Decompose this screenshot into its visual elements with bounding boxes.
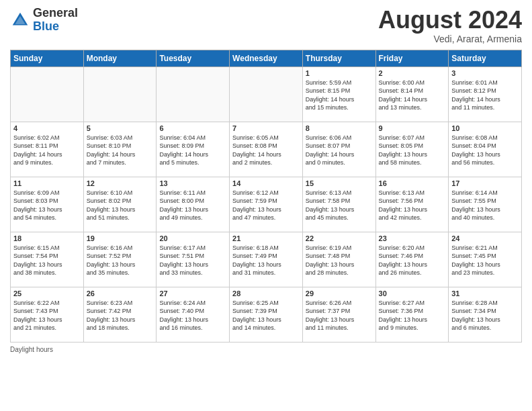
- month-title: August 2024: [378, 7, 522, 34]
- header-row: SundayMondayTuesdayWednesdayThursdayFrid…: [11, 50, 522, 66]
- calendar-day-cell: 12Sunrise: 6:10 AM Sunset: 8:02 PM Dayli…: [83, 177, 157, 232]
- day-info: Sunrise: 6:01 AM Sunset: 8:12 PM Dayligh…: [451, 79, 519, 112]
- day-number: 26: [87, 289, 154, 298]
- day-info: Sunrise: 6:08 AM Sunset: 8:04 PM Dayligh…: [451, 134, 519, 167]
- day-info: Sunrise: 6:26 AM Sunset: 7:37 PM Dayligh…: [306, 299, 373, 332]
- calendar-day-cell: [157, 66, 230, 122]
- day-info: Sunrise: 6:06 AM Sunset: 8:07 PM Dayligh…: [306, 134, 373, 167]
- calendar-day-cell: 16Sunrise: 6:13 AM Sunset: 7:56 PM Dayli…: [375, 177, 449, 232]
- weekday-header: Wednesday: [230, 50, 303, 66]
- day-number: 4: [13, 124, 81, 132]
- calendar-day-cell: 5Sunrise: 6:03 AM Sunset: 8:10 PM Daylig…: [83, 122, 157, 177]
- day-info: Sunrise: 6:13 AM Sunset: 7:56 PM Dayligh…: [379, 189, 446, 222]
- day-info: Sunrise: 6:17 AM Sunset: 7:51 PM Dayligh…: [159, 244, 226, 277]
- day-info: Sunrise: 6:19 AM Sunset: 7:48 PM Dayligh…: [306, 244, 373, 277]
- calendar-day-cell: 31Sunrise: 6:28 AM Sunset: 7:34 PM Dayli…: [449, 287, 522, 342]
- day-number: 3: [451, 69, 519, 77]
- calendar-day-cell: 19Sunrise: 6:16 AM Sunset: 7:52 PM Dayli…: [83, 232, 157, 287]
- calendar-day-cell: 9Sunrise: 6:07 AM Sunset: 8:05 PM Daylig…: [375, 122, 449, 177]
- day-number: 22: [306, 234, 373, 242]
- calendar-day-cell: 14Sunrise: 6:12 AM Sunset: 7:59 PM Dayli…: [230, 177, 303, 232]
- day-number: 14: [232, 179, 300, 187]
- location: Vedi, Ararat, Armenia: [378, 34, 522, 44]
- day-info: Sunrise: 6:16 AM Sunset: 7:52 PM Dayligh…: [87, 244, 154, 277]
- day-info: Sunrise: 6:15 AM Sunset: 7:54 PM Dayligh…: [13, 244, 81, 277]
- calendar-day-cell: 18Sunrise: 6:15 AM Sunset: 7:54 PM Dayli…: [11, 232, 84, 287]
- day-number: 7: [232, 124, 300, 132]
- calendar-day-cell: 7Sunrise: 6:05 AM Sunset: 8:08 PM Daylig…: [230, 122, 303, 177]
- day-number: 11: [13, 179, 81, 187]
- calendar-day-cell: 21Sunrise: 6:18 AM Sunset: 7:49 PM Dayli…: [230, 232, 303, 287]
- day-number: 23: [379, 234, 446, 242]
- weekday-header: Monday: [83, 50, 157, 66]
- weekday-header: Tuesday: [157, 50, 230, 66]
- calendar-day-cell: 24Sunrise: 6:21 AM Sunset: 7:45 PM Dayli…: [449, 232, 522, 287]
- calendar-week-row: 11Sunrise: 6:09 AM Sunset: 8:03 PM Dayli…: [11, 177, 522, 232]
- day-number: 8: [306, 124, 373, 132]
- calendar-week-row: 1Sunrise: 5:59 AM Sunset: 8:15 PM Daylig…: [11, 66, 522, 122]
- day-info: Sunrise: 6:14 AM Sunset: 7:55 PM Dayligh…: [451, 189, 519, 222]
- day-number: 1: [306, 69, 373, 77]
- calendar-day-cell: 29Sunrise: 6:26 AM Sunset: 7:37 PM Dayli…: [302, 287, 375, 342]
- day-number: 2: [379, 69, 446, 77]
- calendar-day-cell: 22Sunrise: 6:19 AM Sunset: 7:48 PM Dayli…: [302, 232, 375, 287]
- day-number: 19: [87, 234, 154, 242]
- day-info: Sunrise: 6:04 AM Sunset: 8:09 PM Dayligh…: [159, 134, 226, 167]
- calendar-week-row: 25Sunrise: 6:22 AM Sunset: 7:43 PM Dayli…: [11, 287, 522, 342]
- weekday-header: Friday: [375, 50, 449, 66]
- day-number: 30: [379, 289, 446, 298]
- calendar-day-cell: 20Sunrise: 6:17 AM Sunset: 7:51 PM Dayli…: [157, 232, 230, 287]
- day-info: Sunrise: 6:02 AM Sunset: 8:11 PM Dayligh…: [13, 134, 81, 167]
- day-info: Sunrise: 6:03 AM Sunset: 8:10 PM Dayligh…: [87, 134, 154, 167]
- day-info: Sunrise: 6:20 AM Sunset: 7:46 PM Dayligh…: [379, 244, 446, 277]
- calendar-day-cell: 8Sunrise: 6:06 AM Sunset: 8:07 PM Daylig…: [302, 122, 375, 177]
- day-info: Sunrise: 6:22 AM Sunset: 7:43 PM Dayligh…: [13, 299, 81, 332]
- calendar-day-cell: [83, 66, 157, 122]
- day-number: 27: [159, 289, 226, 298]
- calendar-day-cell: 25Sunrise: 6:22 AM Sunset: 7:43 PM Dayli…: [11, 287, 84, 342]
- day-number: 25: [13, 289, 81, 298]
- day-number: 6: [159, 124, 226, 132]
- day-number: 20: [159, 234, 226, 242]
- calendar-day-cell: 10Sunrise: 6:08 AM Sunset: 8:04 PM Dayli…: [449, 122, 522, 177]
- day-number: 18: [13, 234, 81, 242]
- day-number: 12: [87, 179, 154, 187]
- logo-general: General: [33, 7, 78, 20]
- weekday-header: Thursday: [302, 50, 375, 66]
- day-info: Sunrise: 6:05 AM Sunset: 8:08 PM Dayligh…: [232, 134, 300, 167]
- day-number: 28: [232, 289, 300, 298]
- header: General Blue August 2024 Vedi, Ararat, A…: [10, 7, 522, 44]
- page: General Blue August 2024 Vedi, Ararat, A…: [0, 0, 532, 411]
- calendar-day-cell: 4Sunrise: 6:02 AM Sunset: 8:11 PM Daylig…: [11, 122, 84, 177]
- day-number: 5: [87, 124, 154, 132]
- calendar-day-cell: 27Sunrise: 6:24 AM Sunset: 7:40 PM Dayli…: [157, 287, 230, 342]
- day-info: Sunrise: 6:09 AM Sunset: 8:03 PM Dayligh…: [13, 189, 81, 222]
- day-info: Sunrise: 6:28 AM Sunset: 7:34 PM Dayligh…: [451, 299, 519, 332]
- day-info: Sunrise: 6:12 AM Sunset: 7:59 PM Dayligh…: [232, 189, 300, 222]
- calendar-day-cell: 23Sunrise: 6:20 AM Sunset: 7:46 PM Dayli…: [375, 232, 449, 287]
- calendar-day-cell: [11, 66, 84, 122]
- day-info: Sunrise: 6:07 AM Sunset: 8:05 PM Dayligh…: [379, 134, 446, 167]
- calendar-day-cell: 2Sunrise: 6:00 AM Sunset: 8:14 PM Daylig…: [375, 66, 449, 122]
- calendar-day-cell: 15Sunrise: 6:13 AM Sunset: 7:58 PM Dayli…: [302, 177, 375, 232]
- day-info: Sunrise: 6:18 AM Sunset: 7:49 PM Dayligh…: [232, 244, 300, 277]
- calendar-week-row: 18Sunrise: 6:15 AM Sunset: 7:54 PM Dayli…: [11, 232, 522, 287]
- calendar: SundayMondayTuesdayWednesdayThursdayFrid…: [10, 50, 522, 342]
- footer-note: Daylight hours: [10, 346, 522, 353]
- day-number: 17: [451, 179, 519, 187]
- logo-icon: [10, 10, 30, 30]
- calendar-day-cell: 3Sunrise: 6:01 AM Sunset: 8:12 PM Daylig…: [449, 66, 522, 122]
- logo-text: General Blue: [33, 7, 78, 34]
- day-number: 15: [306, 179, 373, 187]
- day-info: Sunrise: 6:25 AM Sunset: 7:39 PM Dayligh…: [232, 299, 300, 332]
- day-number: 16: [379, 179, 446, 187]
- title-section: August 2024 Vedi, Ararat, Armenia: [378, 7, 522, 44]
- logo: General Blue: [10, 7, 78, 34]
- day-info: Sunrise: 6:00 AM Sunset: 8:14 PM Dayligh…: [379, 79, 446, 112]
- day-number: 10: [451, 124, 519, 132]
- calendar-day-cell: 11Sunrise: 6:09 AM Sunset: 8:03 PM Dayli…: [11, 177, 84, 232]
- day-info: Sunrise: 6:27 AM Sunset: 7:36 PM Dayligh…: [379, 299, 446, 332]
- daylight-label: Daylight hours: [10, 346, 53, 353]
- weekday-header: Sunday: [11, 50, 84, 66]
- calendar-day-cell: 28Sunrise: 6:25 AM Sunset: 7:39 PM Dayli…: [230, 287, 303, 342]
